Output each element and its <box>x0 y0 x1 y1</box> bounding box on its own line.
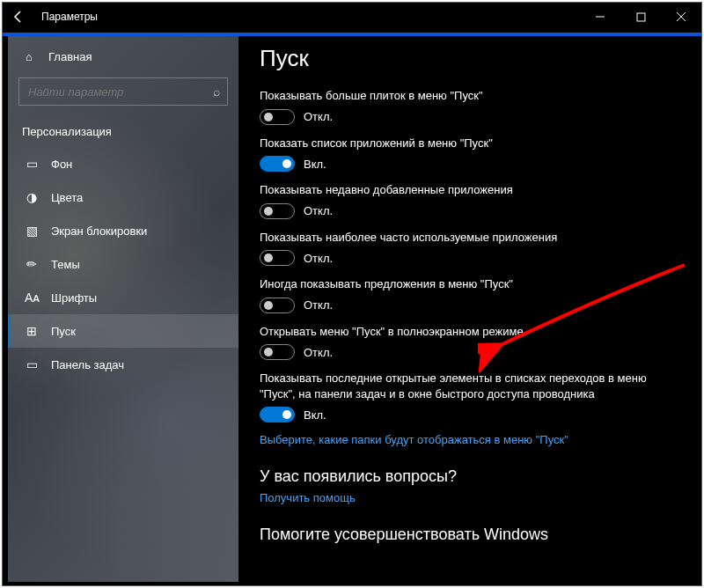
sidebar-item-6[interactable]: ▭Панель задач <box>8 348 238 381</box>
sidebar-item-icon: Aᴀ <box>25 290 39 305</box>
setting-2: Показывать недавно добавленные приложени… <box>260 182 675 219</box>
toggle-state: Вкл. <box>304 158 326 171</box>
search-icon: ⌕ <box>213 85 220 99</box>
setting-4: Иногда показывать предложения в меню "Пу… <box>260 276 675 313</box>
sidebar-item-icon: ✏ <box>25 257 39 271</box>
setting-label: Показывать больше плиток в меню "Пуск" <box>260 88 675 104</box>
setting-1: Показать список приложений в меню "Пуск"… <box>260 136 675 173</box>
home-button[interactable]: ⌂ Главная <box>8 36 238 74</box>
help-link[interactable]: Получить помощь <box>260 491 675 504</box>
window-title: Параметры <box>41 11 580 23</box>
sidebar-item-icon: ◑ <box>25 190 39 204</box>
sidebar-item-label: Пуск <box>51 325 76 338</box>
search-input[interactable] <box>28 85 213 99</box>
sidebar-item-icon: ▧ <box>25 224 39 238</box>
close-button[interactable] <box>661 3 701 31</box>
toggle-3[interactable] <box>260 250 295 266</box>
toggle-state: Откл. <box>304 110 333 123</box>
toggle-state: Откл. <box>304 346 333 359</box>
back-button[interactable] <box>3 3 34 31</box>
setting-label: Иногда показывать предложения в меню "Пу… <box>260 276 675 292</box>
toggle-1[interactable] <box>260 156 295 172</box>
toggle-0[interactable] <box>260 109 295 125</box>
sidebar-item-3[interactable]: ✏Темы <box>8 247 238 281</box>
page-heading: Пуск <box>260 45 675 72</box>
svg-rect-1 <box>637 13 645 21</box>
sidebar-item-icon: ⊞ <box>25 324 39 338</box>
setting-label: Показывать наиболее часто используемые п… <box>260 230 675 246</box>
sidebar-item-2[interactable]: ▧Экран блокировки <box>8 214 238 247</box>
sidebar-item-label: Шрифты <box>51 291 97 305</box>
toggle-4[interactable] <box>260 298 295 313</box>
sidebar-item-label: Экран блокировки <box>51 224 147 238</box>
sidebar-item-label: Цвета <box>51 191 83 204</box>
toggle-state: Вкл. <box>304 408 326 422</box>
setting-0: Показывать больше плиток в меню "Пуск"От… <box>260 88 675 125</box>
setting-6: Показывать последние открытые элементы в… <box>260 371 675 423</box>
minimize-button[interactable] <box>580 3 620 31</box>
category-header: Персонализация <box>8 106 238 147</box>
toggle-state: Откл. <box>304 252 333 265</box>
home-label: Главная <box>48 50 92 63</box>
sidebar-item-5[interactable]: ⊞Пуск <box>8 314 238 348</box>
improve-heading: Помогите усовершенствовать Windows <box>260 526 675 544</box>
setting-label: Показать список приложений в меню "Пуск" <box>260 136 675 151</box>
folders-link[interactable]: Выберите, какие папки будут отображаться… <box>260 433 675 446</box>
toggle-state: Откл. <box>304 298 333 312</box>
home-icon: ⌂ <box>22 50 36 63</box>
sidebar-item-4[interactable]: AᴀШрифты <box>8 281 238 314</box>
search-box[interactable]: ⌕ <box>18 77 228 106</box>
toggle-6[interactable] <box>260 407 295 423</box>
sidebar-item-0[interactable]: ▭Фон <box>8 147 238 180</box>
maximize-button[interactable] <box>620 3 661 31</box>
toggle-2[interactable] <box>260 203 295 219</box>
sidebar-item-label: Панель задач <box>51 358 124 371</box>
setting-5: Открывать меню "Пуск" в полноэкранном ре… <box>260 324 675 361</box>
setting-3: Показывать наиболее часто используемые п… <box>260 230 675 267</box>
sidebar-item-label: Фон <box>51 158 72 171</box>
titlebar: Параметры <box>3 3 701 31</box>
toggle-state: Откл. <box>304 204 333 217</box>
setting-label: Показывать недавно добавленные приложени… <box>260 182 675 198</box>
toggle-5[interactable] <box>260 344 295 360</box>
sidebar-item-icon: ▭ <box>25 357 39 371</box>
faq-heading: У вас появились вопросы? <box>260 467 675 486</box>
sidebar: ⌂ Главная ⌕ Персонализация ▭Фон◑Цвета▧Эк… <box>8 36 238 582</box>
sidebar-item-icon: ▭ <box>25 157 39 171</box>
sidebar-item-1[interactable]: ◑Цвета <box>8 180 238 214</box>
setting-label: Показывать последние открытые элементы в… <box>260 371 675 401</box>
main-content: Пуск Показывать больше плиток в меню "Пу… <box>238 36 696 580</box>
setting-label: Открывать меню "Пуск" в полноэкранном ре… <box>260 324 675 340</box>
sidebar-item-label: Темы <box>51 258 80 271</box>
